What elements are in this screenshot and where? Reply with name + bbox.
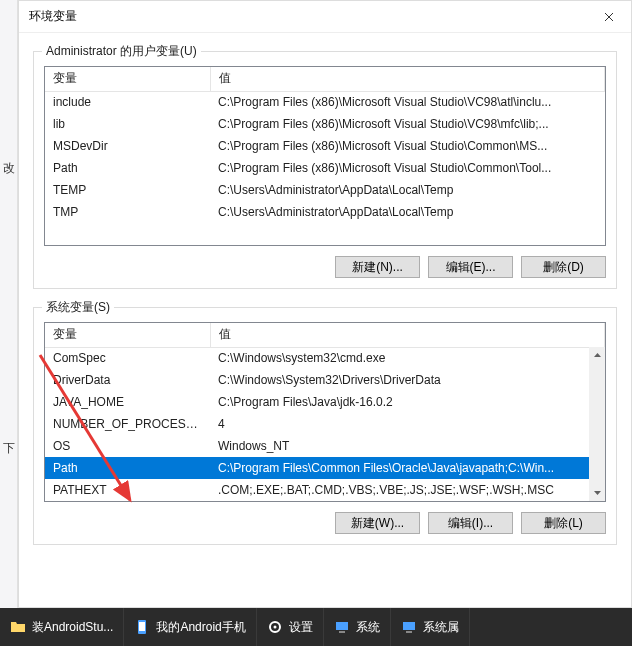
var-value: Windows_NT [210,435,605,457]
svg-rect-6 [339,631,345,633]
close-icon [604,12,614,22]
var-value: C:\Program Files (x86)\Microsoft Visual … [210,91,605,113]
var-name: lib [45,113,210,135]
user-variables-table-wrap: 变量 值 includeC:\Program Files (x86)\Micro… [44,66,606,246]
var-name: NUMBER_OF_PROCESSORS [45,413,210,435]
table-row[interactable]: OSWindows_NT [45,435,605,457]
var-value: C:\Program Files\Common Files\Oracle\Jav… [210,457,605,479]
table-row[interactable]: includeC:\Program Files (x86)\Microsoft … [45,91,605,113]
table-row[interactable]: JAVA_HOMEC:\Program Files\Java\jdk-16.0.… [45,391,605,413]
header-value[interactable]: 值 [210,323,605,347]
computer-icon [334,619,350,635]
var-name: TEMP [45,179,210,201]
var-name: PATHEXT [45,479,210,501]
header-variable[interactable]: 变量 [45,323,210,347]
table-row[interactable]: MSDevDirC:\Program Files (x86)\Microsoft… [45,135,605,157]
dialog-title: 环境变量 [29,8,587,25]
svg-rect-5 [336,622,348,630]
var-value: C:\Program Files (x86)\Microsoft Visual … [210,113,605,135]
taskbar-item[interactable]: 装AndroidStu... [0,608,124,646]
computer-icon [401,619,417,635]
system-buttons-row: 新建(W)... 编辑(I)... 删除(L) [44,512,606,534]
system-new-button[interactable]: 新建(W)... [335,512,420,534]
close-button[interactable] [587,1,631,33]
var-name: Path [45,457,210,479]
header-value[interactable]: 值 [210,67,605,91]
table-row[interactable]: PathC:\Program Files (x86)\Microsoft Vis… [45,157,605,179]
system-variables-table[interactable]: 变量 值 ComSpecC:\Windows\system32\cmd.exeD… [45,323,605,501]
var-value: 4 [210,413,605,435]
user-table-header[interactable]: 变量 值 [45,67,605,91]
var-name: DriverData [45,369,210,391]
system-edit-button[interactable]: 编辑(I)... [428,512,513,534]
user-delete-button[interactable]: 删除(D) [521,256,606,278]
svg-rect-7 [403,622,415,630]
user-edit-button[interactable]: 编辑(E)... [428,256,513,278]
phone-icon [134,619,150,635]
user-group-legend: Administrator 的用户变量(U) [42,43,201,60]
table-row[interactable]: DriverDataC:\Windows\System32\Drivers\Dr… [45,369,605,391]
var-value: C:\Windows\system32\cmd.exe [210,347,605,369]
titlebar: 环境变量 [19,1,631,33]
system-table-header[interactable]: 变量 值 [45,323,605,347]
table-row[interactable]: PATHEXT.COM;.EXE;.BAT;.CMD;.VBS;.VBE;.JS… [45,479,605,501]
var-value: .COM;.EXE;.BAT;.CMD;.VBS;.VBE;.JS;.JSE;.… [210,479,605,501]
taskbar: 装AndroidStu...我的Android手机设置系统系统属 [0,608,632,646]
var-name: MSDevDir [45,135,210,157]
var-value: C:\Users\Administrator\AppData\Local\Tem… [210,179,605,201]
taskbar-item-label: 我的Android手机 [156,619,245,636]
environment-variables-dialog: 环境变量 Administrator 的用户变量(U) 变量 值 include… [18,0,632,608]
var-name: Path [45,157,210,179]
taskbar-item[interactable]: 系统属 [391,608,470,646]
table-row[interactable]: ComSpecC:\Windows\system32\cmd.exe [45,347,605,369]
dialog-content: Administrator 的用户变量(U) 变量 值 includeC:\Pr… [19,33,631,573]
var-value: C:\Windows\System32\Drivers\DriverData [210,369,605,391]
var-name: JAVA_HOME [45,391,210,413]
svg-rect-2 [139,622,145,631]
var-name: include [45,91,210,113]
table-row[interactable]: TMPC:\Users\Administrator\AppData\Local\… [45,201,605,223]
user-variables-group: Administrator 的用户变量(U) 变量 值 includeC:\Pr… [33,51,617,289]
table-row[interactable]: NUMBER_OF_PROCESSORS4 [45,413,605,435]
var-value: C:\Program Files (x86)\Microsoft Visual … [210,135,605,157]
var-name: ComSpec [45,347,210,369]
var-value: C:\Users\Administrator\AppData\Local\Tem… [210,201,605,223]
svg-point-4 [273,626,276,629]
user-variables-table[interactable]: 变量 值 includeC:\Program Files (x86)\Micro… [45,67,605,223]
var-name: TMP [45,201,210,223]
var-name: OS [45,435,210,457]
taskbar-item[interactable]: 系统 [324,608,391,646]
system-scrollbar[interactable] [589,347,605,501]
folder-icon [10,619,26,635]
table-row[interactable]: libC:\Program Files (x86)\Microsoft Visu… [45,113,605,135]
table-row[interactable]: TEMPC:\Users\Administrator\AppData\Local… [45,179,605,201]
taskbar-item[interactable]: 我的Android手机 [124,608,256,646]
svg-rect-8 [406,631,412,633]
scroll-up-icon[interactable] [589,347,605,363]
scroll-down-icon[interactable] [589,485,605,501]
system-variables-table-wrap: 变量 值 ComSpecC:\Windows\system32\cmd.exeD… [44,322,606,502]
taskbar-item-label: 系统 [356,619,380,636]
taskbar-item[interactable]: 设置 [257,608,324,646]
taskbar-item-label: 设置 [289,619,313,636]
user-new-button[interactable]: 新建(N)... [335,256,420,278]
system-delete-button[interactable]: 删除(L) [521,512,606,534]
taskbar-item-label: 装AndroidStu... [32,619,113,636]
system-group-legend: 系统变量(S) [42,299,114,316]
header-variable[interactable]: 变量 [45,67,210,91]
background-window-strip: 改 下 [0,0,18,608]
user-buttons-row: 新建(N)... 编辑(E)... 删除(D) [44,256,606,278]
var-value: C:\Program Files (x86)\Microsoft Visual … [210,157,605,179]
var-value: C:\Program Files\Java\jdk-16.0.2 [210,391,605,413]
gear-icon [267,619,283,635]
system-variables-group: 系统变量(S) 变量 值 ComSpecC:\Windows\system32\… [33,307,617,545]
taskbar-item-label: 系统属 [423,619,459,636]
table-row[interactable]: PathC:\Program Files\Common Files\Oracle… [45,457,605,479]
